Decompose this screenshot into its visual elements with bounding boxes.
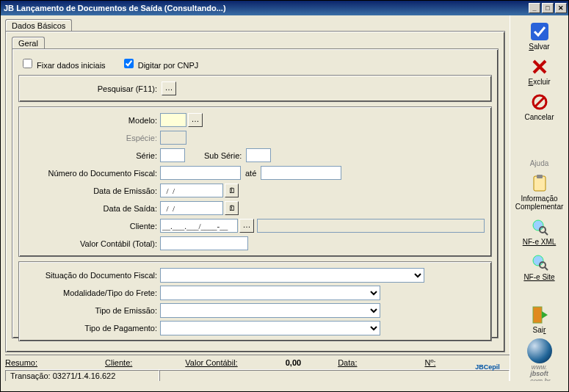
tipo-emissao-select[interactable] — [160, 303, 380, 318]
modelo-label: Modelo: — [23, 116, 160, 125]
summary-cliente-label: Cliente: — [105, 358, 132, 367]
group-classificacao: Situação do Documento Fiscal: Modalidade… — [18, 261, 492, 341]
pesquisar-button[interactable]: … — [162, 81, 176, 95]
numdoc-from-input[interactable] — [160, 166, 241, 180]
emissao-label: Data de Emissão: — [23, 186, 160, 195]
globe-search-icon — [529, 252, 550, 272]
subserie-input[interactable] — [246, 148, 271, 162]
ate-label: até — [245, 169, 256, 178]
svg-point-8 — [533, 255, 543, 266]
pesquisar-label: Pesquisar (F11): — [23, 84, 160, 93]
calendar-icon: 🗓 — [228, 204, 236, 212]
globe-search-icon — [529, 217, 550, 237]
ajuda-label: Ajuda — [530, 159, 549, 167]
summary-data-label: Data: — [338, 358, 357, 367]
calendar-icon: 🗓 — [228, 186, 236, 195]
exit-door-icon — [529, 305, 550, 325]
brand-logo: www. jbsoft .com.br — [527, 338, 552, 385]
jbcepil-badge: JBCepil — [468, 363, 507, 377]
excluir-label: xcluir — [533, 78, 550, 86]
svg-line-10 — [545, 267, 548, 270]
info-complementar-button[interactable]: Informação Complementar — [514, 172, 565, 212]
svg-line-7 — [545, 232, 548, 235]
tipo-emissao-label: Tipo de Emissão: — [23, 306, 160, 315]
summary-numero-label: Nº: — [424, 358, 435, 367]
modalidade-select[interactable] — [160, 286, 380, 300]
emissao-calendar-button[interactable]: 🗓 — [225, 184, 239, 197]
status-transacao: Transação: 03271/1.4.16.622 — [5, 370, 159, 382]
salvar-button[interactable]: Salvar — [514, 20, 565, 52]
modelo-lookup-button[interactable]: … — [188, 113, 203, 127]
svg-marker-12 — [542, 311, 548, 319]
group-pesquisar: Pesquisar (F11): … — [18, 75, 492, 102]
emissao-input[interactable] — [160, 184, 223, 197]
svg-rect-4 — [537, 175, 543, 178]
summary-valor-label: Valor Contábil: — [185, 358, 237, 367]
valor-label: Valor Contábil (Total): — [23, 239, 160, 248]
saida-label: Data de Saída: — [23, 204, 160, 213]
subserie-label: Sub Série: — [204, 151, 242, 160]
svg-rect-11 — [533, 307, 542, 323]
salvar-label: alvar — [534, 43, 550, 51]
statusbar: Transação: 03271/1.4.16.622 — [5, 369, 510, 381]
minimize-button[interactable]: _ — [529, 3, 540, 13]
cliente-lookup-button[interactable]: … — [239, 219, 254, 233]
fixar-dados-input[interactable] — [23, 59, 32, 68]
cliente-input[interactable] — [160, 219, 238, 233]
sair-button[interactable]: Sair — [514, 303, 565, 335]
clipboard-icon — [529, 173, 550, 194]
summary-bar: Resumo: Cliente: Valor Contábil: 0,00 Da… — [5, 355, 510, 368]
situacao-label: Situação do Documento Fiscal: — [23, 271, 160, 280]
window-title: JB Lançamento de Documentos de Saída (Co… — [4, 4, 527, 12]
side-toolbar: Salvar Excluir Cancelar Ajuda Informação… — [510, 15, 568, 381]
info-label: Informação Complementar — [515, 195, 564, 211]
cancelar-button[interactable]: Cancelar — [514, 90, 565, 123]
modalidade-label: Modalidade/Tipo do Frete: — [23, 288, 160, 297]
cancel-icon — [529, 92, 550, 112]
serie-input[interactable] — [160, 148, 185, 162]
cancelar-label: Cancelar — [524, 113, 554, 121]
ajuda-button: Ajuda — [514, 158, 565, 169]
especie-input — [160, 131, 186, 145]
titlebar: JB Lançamento de Documentos de Saída (Co… — [1, 1, 568, 15]
summary-valor-value: 0,00 — [286, 358, 301, 367]
globe-icon — [527, 338, 552, 363]
saida-calendar-button[interactable]: 🗓 — [225, 201, 239, 215]
excluir-button[interactable]: Excluir — [514, 55, 565, 87]
cliente-nome-display — [257, 219, 485, 233]
situacao-select[interactable] — [160, 268, 424, 283]
serie-label: Série: — [23, 151, 160, 160]
sair-label: Sair — [533, 326, 546, 334]
cliente-label: Cliente: — [23, 222, 160, 231]
outer-tabs: Dados Básicos Geral Fixar dados iniciais… — [5, 18, 505, 352]
digitar-cnpj-checkbox[interactable]: Digitar por CNPJ — [121, 61, 199, 70]
saida-input[interactable] — [160, 201, 223, 215]
numdoc-to-input[interactable] — [261, 166, 341, 180]
check-icon — [529, 21, 550, 42]
group-documento: Modelo: … Espécie: Série: Sub Série: — [18, 106, 492, 257]
modelo-input[interactable] — [160, 113, 186, 127]
delete-x-icon — [529, 57, 550, 77]
fixar-dados-label: Fixar dados iniciais — [37, 61, 106, 70]
nfe-site-label: NF-e Site — [523, 273, 554, 281]
fixar-dados-checkbox[interactable]: Fixar dados iniciais — [20, 61, 108, 70]
especie-label: Espécie: — [23, 134, 160, 142]
close-button[interactable]: ✕ — [555, 3, 567, 13]
tipo-pagamento-label: Tipo de Pagamento: — [23, 324, 160, 333]
maximize-button[interactable]: □ — [542, 3, 554, 13]
nfe-xml-button[interactable]: NF-e XML — [514, 215, 565, 247]
digitar-cnpj-label: Digitar por CNPJ — [138, 61, 199, 70]
status-empty — [159, 370, 510, 382]
svg-point-5 — [533, 220, 543, 231]
valor-input[interactable] — [160, 236, 248, 250]
tab-geral[interactable]: Geral — [12, 37, 45, 49]
digitar-cnpj-input[interactable] — [124, 59, 134, 68]
tipo-pagamento-select[interactable] — [160, 321, 380, 335]
numdoc-label: Número do Documento Fiscal: — [23, 169, 160, 178]
svg-line-2 — [535, 98, 544, 106]
tab-dados-basicos[interactable]: Dados Básicos — [5, 19, 72, 32]
nfe-site-button[interactable]: NF-e Site — [514, 250, 565, 283]
nfe-xml-label: NF-e XML — [523, 238, 557, 246]
resumo-label: Resumo: — [5, 358, 37, 367]
svg-rect-0 — [531, 23, 548, 40]
